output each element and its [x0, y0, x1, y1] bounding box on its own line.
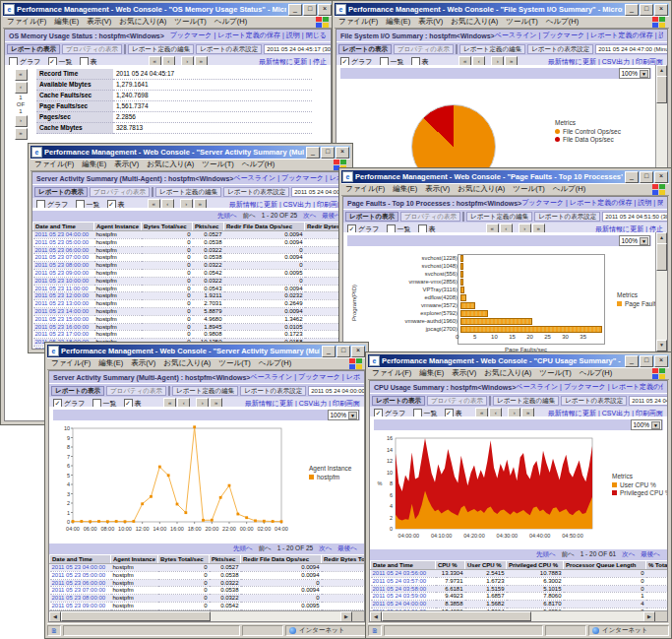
pagination-prev-label[interactable]: 前へ — [562, 550, 575, 557]
minimize-button[interactable]: _ — [322, 346, 336, 357]
menu-item[interactable]: ヘルプ(H) — [242, 160, 275, 169]
report-edit-button[interactable]: レポート定義の編集 — [493, 396, 559, 406]
menu-item[interactable]: 表示(V) — [131, 358, 155, 368]
menu-item[interactable]: お気に入り(A) — [484, 368, 531, 378]
text-link[interactable]: 最新情報に更新 — [548, 58, 596, 65]
close-button[interactable]: × — [654, 4, 668, 16]
menu-item[interactable]: 編集(E) — [386, 17, 410, 27]
text-link[interactable]: 停止 — [313, 58, 327, 65]
report-toolbar-input[interactable] — [456, 44, 458, 54]
table-row[interactable]: 2011 05 23 07:00:00hostpfm00.05380.00949… — [50, 587, 365, 595]
table-row[interactable]: 2011 05 23 05:00:00hostpfm00.05380.00949… — [33, 238, 349, 246]
text-link[interactable]: ベースライン — [495, 32, 537, 38]
text-link[interactable]: CSV出力 — [299, 400, 327, 407]
table-row[interactable]: 2011 05 23 09:00:00hostpfm00.05420.00959… — [33, 269, 349, 277]
menu-item[interactable]: ツール(T) — [218, 358, 250, 368]
text-link[interactable]: 印刷画面 — [333, 400, 360, 407]
column-header[interactable]: Date and Time — [50, 555, 111, 564]
text-link[interactable]: CSV出力 — [283, 201, 311, 208]
scroll-thumb[interactable] — [656, 243, 667, 271]
menu-item[interactable]: ヘルプ(H) — [214, 17, 247, 27]
pagination-next-link[interactable]: 次へ — [622, 550, 635, 557]
column-header[interactable]: Agent Instance — [111, 555, 158, 564]
report-toolbar-input[interactable] — [489, 396, 491, 406]
scroll-thumb[interactable] — [61, 611, 211, 621]
close-button[interactable]: × — [318, 4, 332, 16]
table-row[interactable]: 2011 05 23 16:00:00hostpfm01.89450.01055… — [33, 323, 349, 331]
menu-item[interactable]: ファイル(F) — [51, 358, 91, 368]
scroll-down-icon[interactable]: ▼ — [656, 340, 667, 351]
window-server-activity-table[interactable]: Performance Management - Web Console - "… — [28, 143, 353, 353]
close-button[interactable]: × — [351, 346, 365, 357]
menu-item[interactable]: ツール(T) — [513, 184, 544, 194]
table-row[interactable]: 2011 05 23 08:00:00hostpfm00.032204.40 — [33, 262, 349, 270]
menu-item[interactable]: ヘルプ(H) — [546, 17, 579, 27]
display-settings-button[interactable]: レポートの表示設定 — [534, 212, 600, 222]
column-header[interactable]: Pkts/sec — [193, 223, 224, 231]
scroll-thumb[interactable] — [656, 76, 667, 103]
column-header[interactable]: Pkts/sec — [210, 555, 241, 564]
display-settings-button[interactable]: レポートの表示設定 — [561, 396, 627, 406]
menu-item[interactable]: 編集(E) — [54, 17, 79, 27]
text-link[interactable]: レポート定義の保存 — [217, 32, 280, 38]
report-toolbar-input[interactable] — [152, 187, 153, 197]
title-bar[interactable]: Performance Management - Web Console - "… — [31, 146, 350, 159]
report-edit-button[interactable]: レポート定義の編集 — [172, 386, 238, 396]
menu-item[interactable]: お気に入り(A) — [163, 358, 211, 368]
text-link[interactable]: 印刷画面 — [636, 410, 663, 416]
menu-item[interactable]: 編集(E) — [393, 184, 417, 194]
scroll-right-icon[interactable]: ▶ — [340, 611, 352, 621]
table-row[interactable]: 2011 05 23 04:00:00hostpfm00.05270.00948… — [50, 564, 365, 572]
menu-item[interactable]: ファイル(F) — [372, 368, 411, 378]
window-page-faults[interactable]: Performance Management - Web Console - "… — [338, 167, 672, 356]
text-link[interactable]: 最新情報に更新 — [259, 58, 307, 65]
text-link[interactable]: ブックマーク — [170, 32, 213, 38]
report-edit-button[interactable]: レポート定義の編集 — [155, 187, 221, 197]
text-link[interactable]: CSV出力 — [602, 58, 630, 65]
text-link[interactable]: 閉じる — [657, 199, 663, 206]
vertical-scrollbar[interactable]: ▲ ▼ — [655, 232, 667, 351]
horizontal-scrollbar[interactable]: ◀▶ — [370, 610, 655, 621]
menu-item[interactable]: 表示(V) — [87, 17, 111, 27]
property-view-button[interactable]: プロパティの表示 — [90, 187, 150, 197]
text-link[interactable]: CSV出力 — [602, 410, 630, 416]
text-link[interactable]: ベースライン — [233, 174, 275, 181]
zoom-select[interactable]: 100%▼ — [619, 68, 650, 79]
maximize-button[interactable]: □ — [640, 171, 653, 183]
column-header[interactable]: Redir File Data Ops/sec — [241, 555, 322, 564]
table-row[interactable]: 2011 05 23 15:00:00hostpfm04.96801.34621… — [33, 315, 349, 323]
menu-item[interactable]: ツール(T) — [174, 17, 206, 27]
column-header[interactable]: Privileged CPU % — [507, 561, 564, 570]
display-settings-button[interactable]: レポートの表示設定 — [196, 44, 262, 54]
table-row[interactable]: 2011 05 24 03:57:007.97311.67236.30020 — [371, 577, 668, 585]
text-link[interactable]: 最新情報に更新 — [245, 400, 293, 407]
column-header[interactable]: Bytes Total/sec — [142, 223, 193, 231]
table-row[interactable]: 2011 05 23 14:00:00hostpfm05.88790.00944… — [33, 307, 349, 315]
column-header[interactable]: User CPU % — [465, 561, 507, 570]
pagination-last-link[interactable]: 最後へ — [641, 550, 660, 557]
table-row[interactable]: 2011 05 23 05:00:00hostpfm00.05380.00949… — [50, 571, 365, 579]
text-link[interactable]: 最新情報に更新 — [229, 201, 277, 208]
maximize-button[interactable]: □ — [336, 346, 350, 357]
menu-item[interactable]: ツール(T) — [506, 17, 537, 27]
menu-item[interactable]: 編集(E) — [419, 368, 444, 378]
table-row[interactable]: 2011 05 23 04:00:00hostpfm00.05270.00948… — [33, 231, 349, 239]
table-row[interactable]: 2011 05 23 06:00:00hostpfm00.032204.39 — [50, 579, 365, 587]
maximize-button[interactable]: □ — [303, 4, 317, 16]
zoom-select[interactable]: 100%▼ — [619, 235, 650, 246]
menu-item[interactable]: ファイル(F) — [7, 17, 46, 27]
pagination-last-link[interactable]: 最後へ — [337, 544, 357, 551]
menu-item[interactable]: 表示(V) — [114, 160, 139, 169]
report-toolbar-input[interactable] — [168, 386, 170, 396]
close-button[interactable]: × — [654, 355, 668, 367]
menu-item[interactable]: ヘルプ(H) — [580, 368, 612, 378]
horizontal-scrollbar[interactable]: ◀▶ — [49, 610, 352, 621]
text-link[interactable]: ブックマーク — [564, 383, 606, 390]
text-link[interactable]: 説明 — [638, 199, 651, 206]
menu-item[interactable]: ツール(T) — [539, 368, 571, 378]
table-row[interactable]: 2011 05 24 03:59:009.49231.68577.80601 — [371, 593, 668, 601]
property-view-button[interactable]: プロパティの表示 — [400, 212, 460, 222]
menu-item[interactable]: 表示(V) — [418, 17, 443, 27]
report-view-button[interactable]: レポートの表示 — [338, 44, 392, 54]
report-edit-button[interactable]: レポート定義の編集 — [466, 212, 532, 222]
